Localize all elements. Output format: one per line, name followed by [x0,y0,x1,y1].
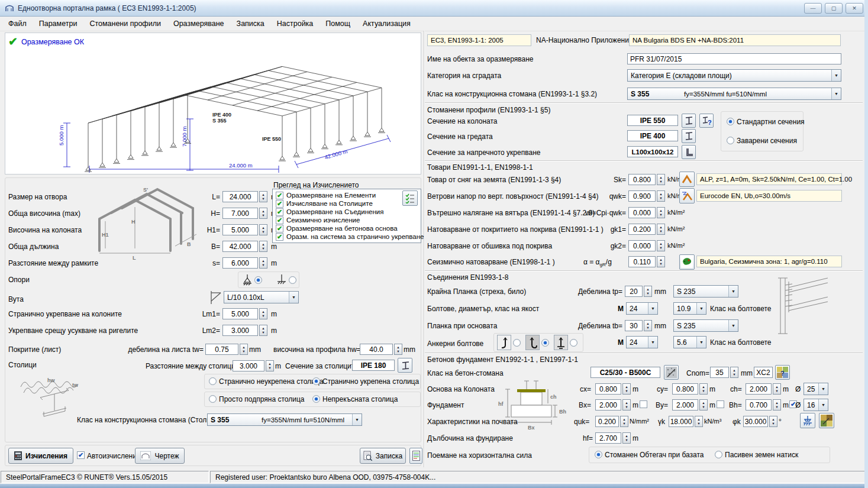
preview-check-2[interactable]: ✔ [276,200,283,208]
column-base-dia-dropdown[interactable]: 25▼ [804,383,828,395]
ch-spinner[interactable]: ▲▼ [773,383,781,395]
baseplate-thickness-input[interactable]: 30 [625,320,643,331]
column-section-help-button[interactable]: ? [699,114,714,128]
restore-button[interactable]: ▢ [825,3,843,14]
anchor-type-j-tile[interactable] [525,335,540,350]
drawing-button[interactable]: Чертеж [135,448,185,464]
internal-pressure-input[interactable]: 0.000 [628,207,656,218]
beam-section-button[interactable] [682,129,696,143]
menu-steel-profiles[interactable]: Стоманени профили [89,20,161,28]
bearing-check-button[interactable] [800,413,815,428]
purlin-section-button[interactable] [398,358,412,373]
snow-map-button[interactable] [679,172,695,187]
by-input[interactable]: 2.000 [672,399,698,411]
gk1-input[interactable]: 0.200 [628,224,656,235]
preview-check-1[interactable]: ✔ [276,192,283,199]
gk2-spinner[interactable]: ▲▼ [657,240,665,251]
preview-list-button[interactable] [402,190,418,206]
hf-spinner[interactable]: ▲▼ [622,432,631,444]
lm2-input[interactable]: 3.000 [222,325,258,336]
by-spinner[interactable]: ▲▼ [699,399,708,411]
baseplate-steel-dropdown[interactable]: S 235▼ [673,319,738,332]
anchor-type-l-radio[interactable] [513,339,521,347]
phi-spinner[interactable]: ▲▼ [769,416,777,427]
building-category-dropdown[interactable]: Категория Е (складови площи)▼ [627,69,841,82]
exposure-class-button[interactable]: ? [775,365,790,380]
close-button[interactable]: ✕ [846,3,863,14]
height-spinner[interactable]: ▲▼ [259,208,267,219]
wind-spinner[interactable]: ▲▼ [657,190,665,202]
sheet-thickness-spinner[interactable]: ▲▼ [240,344,248,355]
lm1-spinner[interactable]: ▲▼ [259,308,267,319]
soil-properties-button[interactable] [819,413,834,428]
preview-check-4[interactable]: ✔ [276,216,283,224]
anchor-type-l-tile[interactable] [497,335,511,350]
phi-input[interactable]: 30.000 [743,416,768,427]
welded-sections-radio[interactable] [727,137,734,144]
anchor-size-dropdown[interactable]: 24▼ [626,336,658,348]
hf-input[interactable]: 2.700 [595,432,621,444]
purlin-section-value[interactable]: IPE 180 [352,360,395,371]
height-input[interactable]: 7.000 [222,208,258,219]
ch-input[interactable]: 2.000 [746,383,772,395]
anchor-grade-dropdown[interactable]: 5.6▼ [673,336,706,348]
report-doc-button[interactable] [409,448,422,464]
menu-report[interactable]: Записка [237,20,264,28]
passive-pressure-radio[interactable] [715,451,722,458]
cy-input[interactable]: 0.800 [672,383,698,395]
purlin-continuous-radio[interactable] [312,395,320,403]
cnom-spinner[interactable]: ▲▼ [730,367,738,378]
menu-design[interactable]: Оразмеряване [173,20,224,28]
span-input[interactable]: 24.000 [222,191,258,202]
span-spinner[interactable]: ▲▼ [259,191,267,202]
project-name-input[interactable]: PFR 31/07/2015 [627,53,841,64]
concrete-steel-value[interactable]: C25/30 - B500C [591,367,660,378]
bh-spinner[interactable]: ▲▼ [773,399,781,411]
wind-map-button[interactable] [679,188,695,203]
autocalc-checkbox[interactable]: ✔ [77,451,85,459]
purlin-unrestrained-radio[interactable] [209,377,217,385]
menu-file[interactable]: Файл [8,20,27,28]
bx-input[interactable]: 2.000 [595,399,621,411]
endplate-thickness-spinner[interactable]: ▲▼ [644,286,652,297]
endplate-steel-dropdown[interactable]: S 235▼ [673,285,738,298]
footing-dia-dropdown[interactable]: 16▼ [804,399,828,411]
tie-rod-radio[interactable] [595,451,602,458]
cx-spinner[interactable]: ▲▼ [622,383,631,395]
column-section-value[interactable]: IPE 550 [627,115,678,126]
beam-section-value[interactable]: IPE 400 [627,130,678,141]
seismic-spinner[interactable]: ▲▼ [657,256,665,267]
snow-spinner[interactable]: ▲▼ [657,174,665,185]
bx-checkbox[interactable] [640,400,647,408]
length-input[interactable]: 42.000 [222,241,258,252]
lm2-spinner[interactable]: ▲▼ [259,325,267,336]
purlin-spacing-spinner[interactable]: ▲▼ [266,360,274,371]
report-button[interactable]: Записка [360,448,406,464]
pinned-support-radio[interactable] [254,276,262,284]
column-height-spinner[interactable]: ▲▼ [259,224,267,235]
anchor-type-plate-tile[interactable] [554,335,568,350]
exposure-class-value[interactable]: XC2 [754,367,773,378]
purlin-spacing-input[interactable]: 3.000 [233,360,264,371]
preview-check-6[interactable]: ✔ [276,233,283,241]
by-checkbox[interactable] [717,400,724,408]
seismic-input[interactable]: 0.110 [628,256,656,267]
purlin-steel-dropdown[interactable]: S 355fy=355N/mml fu=510N/mml▼ [207,413,362,426]
bh-input[interactable]: 0.700 [746,399,772,411]
column-height-input[interactable]: 5.000 [222,224,258,235]
bx-spinner[interactable]: ▲▼ [622,399,631,411]
sheet-height-input[interactable]: 40.0 [360,344,393,355]
cx-input[interactable]: 0.800 [595,383,621,395]
anchor-type-plate-radio[interactable] [570,339,577,347]
gamma-input[interactable]: 18.000 [669,416,693,427]
cnom-input[interactable]: 35 [710,367,729,378]
bolt-grade-dropdown[interactable]: 10.9▼ [673,302,706,315]
endplate-thickness-input[interactable]: 20 [625,286,643,297]
wind-input[interactable]: 0.900 [628,190,656,202]
menu-help[interactable]: Помощ [325,20,350,28]
anchor-type-j-radio[interactable] [541,339,549,347]
sheet-thickness-input[interactable]: 0.75 [205,344,238,355]
length-spinner[interactable]: ▲▼ [259,241,267,252]
frame-spacing-input[interactable]: 6.000 [222,257,258,269]
seismic-map-button[interactable] [679,254,695,270]
